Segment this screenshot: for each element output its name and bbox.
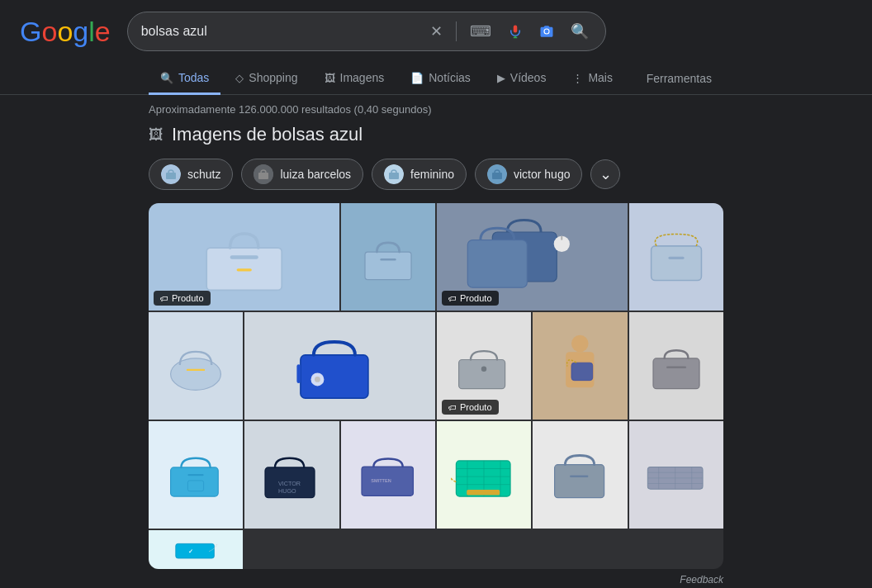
- microphone-icon[interactable]: [505, 21, 526, 42]
- google-logo[interactable]: Google: [20, 16, 111, 48]
- tab-todas[interactable]: 🔍 Todas: [149, 63, 220, 95]
- svg-rect-66: [467, 490, 500, 495]
- images-heading: 🖼 Imagens de bolsas azul: [149, 124, 723, 145]
- svg-text:✓: ✓: [188, 548, 193, 554]
- cell-bg-11: VICTOR HUGO: [244, 421, 339, 529]
- camera-icon[interactable]: [536, 21, 557, 42]
- chip-feminino-thumb: [384, 164, 404, 184]
- grid-cell-8[interactable]: [533, 312, 627, 420]
- grid-cell-5[interactable]: [149, 312, 243, 420]
- grid-cell-15[interactable]: [629, 421, 723, 529]
- chip-feminino[interactable]: feminino: [372, 159, 467, 190]
- clear-button[interactable]: ✕: [427, 19, 446, 44]
- tab-mais[interactable]: ⋮ Mais: [561, 63, 624, 95]
- grid-cell-2[interactable]: [341, 203, 435, 311]
- svg-rect-31: [187, 368, 205, 370]
- videos-icon: ▶: [497, 72, 505, 84]
- svg-rect-28: [668, 256, 684, 258]
- grid-cell-1[interactable]: Produto: [149, 203, 339, 311]
- search-bar: ✕ ⌨ 🔍: [127, 12, 606, 51]
- grid-cell-9[interactable]: [629, 312, 723, 420]
- mais-icon: ⋮: [572, 72, 583, 84]
- svg-rect-67: [555, 464, 604, 497]
- tab-noticias[interactable]: 📄 Notícias: [399, 63, 482, 95]
- svg-rect-6: [166, 173, 176, 179]
- product-badge-3: Produto: [442, 291, 499, 306]
- grid-cell-6[interactable]: [244, 312, 435, 420]
- cell-bg-12: SMITTEN: [341, 421, 435, 529]
- svg-rect-10: [389, 173, 399, 179]
- grid-cell-16[interactable]: ✓: [149, 530, 243, 569]
- tab-todas-label: Todas: [178, 71, 209, 84]
- grid-cell-12[interactable]: SMITTEN: [341, 421, 435, 529]
- cell-bg-5: [149, 312, 243, 420]
- svg-rect-8: [258, 173, 268, 179]
- tab-mais-label: Mais: [588, 71, 613, 84]
- images-heading-icon: 🖼: [149, 126, 164, 144]
- chip-victor-hugo[interactable]: victor hugo: [475, 159, 582, 190]
- svg-rect-47: [171, 467, 219, 496]
- grid-cell-11[interactable]: VICTOR HUGO: [244, 421, 339, 529]
- divider: [456, 21, 457, 41]
- chip-feminino-label: feminino: [410, 168, 454, 181]
- search-button[interactable]: 🔍: [567, 19, 592, 44]
- product-badge-7: Produto: [442, 400, 499, 415]
- cell-bg-15: [629, 421, 723, 529]
- svg-rect-46: [666, 366, 686, 368]
- ferramentas-label: Ferramentas: [647, 72, 712, 85]
- feedback-label: Feedback: [680, 574, 723, 586]
- search-input[interactable]: [141, 24, 414, 39]
- grid-cell-3[interactable]: Produto: [437, 203, 628, 311]
- cell-bg-16: ✓: [149, 530, 243, 569]
- chip-victor-thumb: [487, 164, 507, 184]
- svg-rect-69: [570, 475, 588, 477]
- chip-luiza-barcelos[interactable]: luiza barcelos: [241, 159, 363, 190]
- chips-expand-button[interactable]: ⌄: [590, 159, 620, 189]
- image-grid: Produto: [149, 203, 723, 569]
- svg-rect-17: [365, 252, 411, 280]
- tab-noticias-label: Notícias: [429, 71, 471, 84]
- feedback-text[interactable]: Feedback: [149, 569, 723, 588]
- svg-rect-16: [236, 268, 251, 271]
- cell-bg-4: [629, 203, 723, 311]
- svg-rect-26: [651, 245, 701, 280]
- grid-cell-4[interactable]: [629, 203, 723, 311]
- cell-bg-9: [629, 312, 723, 420]
- grid-cell-14[interactable]: [533, 421, 627, 529]
- header: Google ✕ ⌨ 🔍: [0, 0, 872, 63]
- results-info: Aproximadamente 126.000.000 resultados (…: [0, 95, 872, 124]
- svg-rect-12: [492, 173, 502, 179]
- grid-cell-13[interactable]: [437, 421, 531, 529]
- chip-luiza-label: luiza barcelos: [280, 168, 351, 181]
- noticias-icon: 📄: [410, 72, 424, 84]
- cell-bg-8: [533, 312, 627, 420]
- tab-imagens[interactable]: 🖼 Imagens: [313, 63, 396, 95]
- svg-text:HUGO: HUGO: [278, 487, 296, 495]
- svg-rect-15: [230, 255, 258, 259]
- grid-cell-7[interactable]: Produto: [437, 312, 531, 420]
- svg-rect-32: [301, 354, 368, 397]
- shopping-icon: ◇: [235, 72, 244, 84]
- search-icons: ✕ ⌨ 🔍: [427, 19, 592, 44]
- keyboard-icon[interactable]: ⌨: [467, 19, 495, 44]
- cell-bg-10: [149, 421, 243, 529]
- images-heading-text: Imagens de bolsas azul: [172, 124, 363, 145]
- product-badge-1: Produto: [154, 291, 211, 306]
- tab-shopping[interactable]: ◇ Shopping: [224, 63, 309, 95]
- ferramentas-button[interactable]: Ferramentas: [635, 72, 723, 85]
- svg-text:VICTOR: VICTOR: [278, 480, 301, 487]
- chip-schutz-label: schutz: [187, 168, 220, 181]
- imagens-icon: 🖼: [325, 72, 335, 84]
- tab-videos[interactable]: ▶ Vídeos: [486, 63, 558, 95]
- cell-bg-2: [341, 203, 435, 311]
- chip-schutz[interactable]: schutz: [149, 159, 233, 190]
- svg-point-35: [315, 377, 320, 382]
- results-count: Aproximadamente 126.000.000 resultados (…: [149, 103, 432, 116]
- svg-rect-37: [459, 359, 505, 388]
- chip-victor-hugo-label: victor hugo: [514, 168, 570, 181]
- grid-cell-10[interactable]: [149, 421, 243, 529]
- tab-imagens-label: Imagens: [340, 71, 385, 84]
- todas-icon: 🔍: [160, 72, 173, 84]
- images-section: 🖼 Imagens de bolsas azul schutz: [0, 124, 872, 588]
- svg-rect-22: [467, 240, 527, 288]
